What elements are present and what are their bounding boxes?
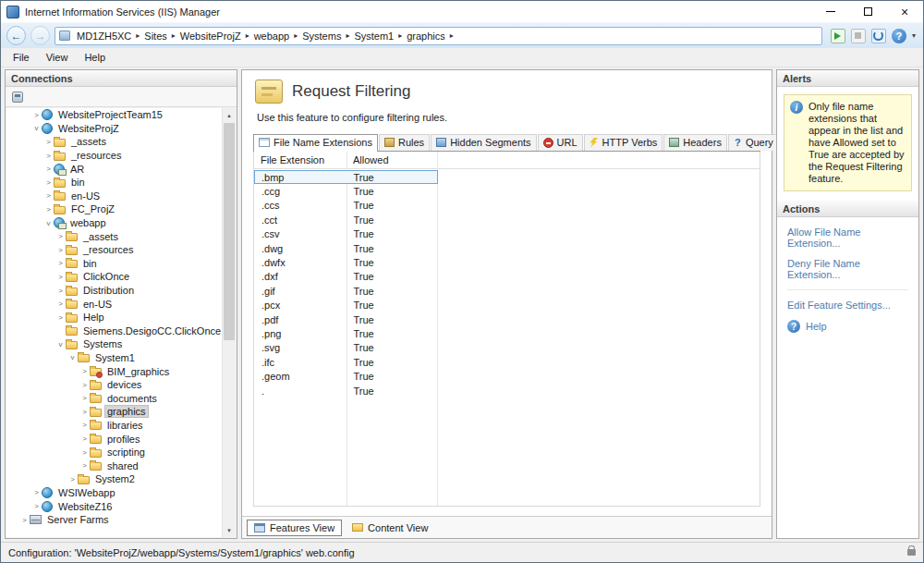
chevron-collapsed-icon[interactable]: > xyxy=(43,165,54,173)
tab-file-name-extensions[interactable]: File Name Extensions xyxy=(253,134,378,152)
table-row[interactable]: .pcxTrue xyxy=(254,299,760,312)
menu-file[interactable]: File xyxy=(5,50,38,65)
table-row[interactable]: .True xyxy=(254,384,760,398)
tree-item-server-farms[interactable]: >Server Farms xyxy=(6,513,222,527)
action-help[interactable]: ?Help xyxy=(787,320,908,333)
table-row[interactable]: .gifTrue xyxy=(254,284,760,298)
tree-item-en-us[interactable]: >en-US xyxy=(6,190,222,203)
tree-item-en-us[interactable]: >en-US xyxy=(6,297,222,311)
tree-item-webapp[interactable]: vwebapp xyxy=(6,216,222,230)
tree-item-devices[interactable]: >devices xyxy=(6,378,222,392)
chevron-collapsed-icon[interactable]: > xyxy=(43,178,54,186)
tab-rules[interactable]: Rules xyxy=(379,134,430,151)
tree-item-ar[interactable]: >AR xyxy=(6,162,222,176)
view-features-view[interactable]: Features View xyxy=(247,520,342,536)
scroll-thumb[interactable] xyxy=(224,123,235,340)
back-button[interactable]: ← xyxy=(6,26,26,45)
chevron-collapsed-icon[interactable]: > xyxy=(55,233,66,240)
chevron-collapsed-icon[interactable]: > xyxy=(55,273,66,280)
table-row[interactable]: .ccgTrue xyxy=(254,184,760,198)
tree-item-assets[interactable]: >_assets xyxy=(6,135,222,149)
tree-item-websiteprojectteam15[interactable]: >WebsiteProjectTeam15 xyxy=(6,108,222,122)
tree-item-resources[interactable]: >_resources xyxy=(6,243,222,257)
chevron-expanded-icon[interactable]: v xyxy=(55,340,66,348)
chevron-collapsed-icon[interactable]: > xyxy=(55,287,66,294)
chevron-collapsed-icon[interactable]: > xyxy=(79,462,90,470)
breadcrumb-item-system1[interactable]: System1 xyxy=(352,31,395,42)
chevron-collapsed-icon[interactable]: > xyxy=(67,475,78,483)
chevron-collapsed-icon[interactable]: > xyxy=(79,448,90,456)
action-allow-file-name-extension[interactable]: Allow File Name Extension... xyxy=(787,226,908,249)
table-row[interactable]: .pdfTrue xyxy=(254,312,760,326)
tree-item-assets[interactable]: >_assets xyxy=(6,229,222,243)
tree-item-distribution[interactable]: >Distribution xyxy=(6,284,222,298)
table-row[interactable]: .cctTrue xyxy=(254,213,760,226)
scroll-up-icon[interactable]: ▲ xyxy=(223,108,236,122)
refresh-icon[interactable] xyxy=(871,29,886,43)
chevron-collapsed-icon[interactable]: > xyxy=(55,300,66,308)
tab-hidden-segments[interactable]: Hidden Segments xyxy=(431,134,536,151)
breadcrumb-item-graphics[interactable]: graphics xyxy=(405,31,447,42)
table-row[interactable]: .dwgTrue xyxy=(254,241,760,255)
breadcrumb-item-systems[interactable]: Systems xyxy=(300,31,343,42)
table-row[interactable]: .svgTrue xyxy=(254,341,760,355)
tab-headers[interactable]: Headers xyxy=(663,134,727,151)
chevron-collapsed-icon[interactable]: > xyxy=(79,395,90,402)
table-row[interactable]: .ccsTrue xyxy=(254,199,760,213)
column-header-file-extension[interactable]: File Extension xyxy=(254,154,346,165)
table-row[interactable]: .bmpTrue xyxy=(254,170,760,184)
chevron-collapsed-icon[interactable]: > xyxy=(31,489,42,496)
tree-item-websiteprojz[interactable]: vWebsiteProjZ xyxy=(6,122,222,136)
tree-item-system1[interactable]: vSystem1 xyxy=(6,351,222,365)
breadcrumb-item-sites[interactable]: Sites xyxy=(142,31,168,42)
tree-item-siemens-desigocc-clickonce[interactable]: Siemens.DesigoCC.ClickOnce xyxy=(6,324,222,338)
minimize-button[interactable] xyxy=(812,1,849,22)
tree-item-resources[interactable]: >_resources xyxy=(6,149,222,163)
tree-item-profiles[interactable]: >profiles xyxy=(6,432,222,446)
chevron-collapsed-icon[interactable]: > xyxy=(79,368,90,375)
help-icon[interactable]: ? xyxy=(892,29,906,43)
tree-scrollbar[interactable]: ▲ ▼ xyxy=(222,108,236,537)
tab-http-verbs[interactable]: HTTP Verbs xyxy=(584,134,663,151)
table-row[interactable]: .geomTrue xyxy=(254,369,760,383)
menu-view[interactable]: View xyxy=(38,50,77,65)
close-button[interactable]: × xyxy=(886,1,923,22)
tree-item-documents[interactable]: >documents xyxy=(6,391,222,405)
chevron-collapsed-icon[interactable]: > xyxy=(55,246,66,253)
tree-item-wsiwebapp[interactable]: >WSIWebapp xyxy=(6,486,222,500)
chevron-collapsed-icon[interactable]: > xyxy=(79,408,90,415)
chevron-collapsed-icon[interactable]: > xyxy=(31,502,42,509)
forward-button[interactable]: → xyxy=(30,26,50,45)
table-row[interactable]: .dxfTrue xyxy=(254,270,760,284)
menu-help[interactable]: Help xyxy=(76,50,114,65)
tree-item-fc-projz[interactable]: >FC_ProjZ xyxy=(6,202,222,216)
tree-item-bin[interactable]: >bin xyxy=(6,176,222,190)
breadcrumb-item-md1zh5xc[interactable]: MD1ZH5XC xyxy=(75,31,133,42)
breadcrumb[interactable]: MD1ZH5XC▸Sites▸WebsiteProjZ▸webapp▸Syste… xyxy=(55,27,822,45)
chevron-collapsed-icon[interactable]: > xyxy=(55,313,66,321)
tree-item-scripting[interactable]: >scripting xyxy=(6,446,222,459)
table-row[interactable]: .pngTrue xyxy=(254,326,760,340)
tree-item-websitez16[interactable]: >WebsiteZ16 xyxy=(6,499,222,513)
table-row[interactable]: .dwfxTrue xyxy=(254,255,760,269)
tree-item-clickonce[interactable]: >ClickOnce xyxy=(6,270,222,284)
breadcrumb-item-webapp[interactable]: webapp xyxy=(252,31,292,42)
chevron-collapsed-icon[interactable]: > xyxy=(43,192,54,200)
chevron-collapsed-icon[interactable]: > xyxy=(19,516,30,523)
tree-item-libraries[interactable]: >libraries xyxy=(6,419,222,433)
tree-item-bim-graphics[interactable]: >BIM_graphics xyxy=(6,364,222,378)
maximize-button[interactable] xyxy=(849,1,886,22)
action-deny-file-name-extension[interactable]: Deny File Name Extension... xyxy=(787,258,908,280)
chevron-expanded-icon[interactable]: v xyxy=(67,354,78,361)
chevron-collapsed-icon[interactable]: > xyxy=(79,422,90,429)
chevron-collapsed-icon[interactable]: > xyxy=(43,152,54,159)
scroll-down-icon[interactable]: ▼ xyxy=(223,523,236,537)
chevron-collapsed-icon[interactable]: > xyxy=(43,205,54,213)
tree-item-help[interactable]: >Help xyxy=(6,311,222,324)
tree-item-graphics[interactable]: >graphics xyxy=(6,405,222,419)
action-edit-feature-settings[interactable]: Edit Feature Settings... xyxy=(787,289,908,311)
chevron-expanded-icon[interactable]: v xyxy=(31,125,42,132)
chevron-collapsed-icon[interactable]: > xyxy=(79,381,90,388)
tree-item-systems[interactable]: vSystems xyxy=(6,337,222,351)
column-header-allowed[interactable]: Allowed xyxy=(346,154,437,165)
